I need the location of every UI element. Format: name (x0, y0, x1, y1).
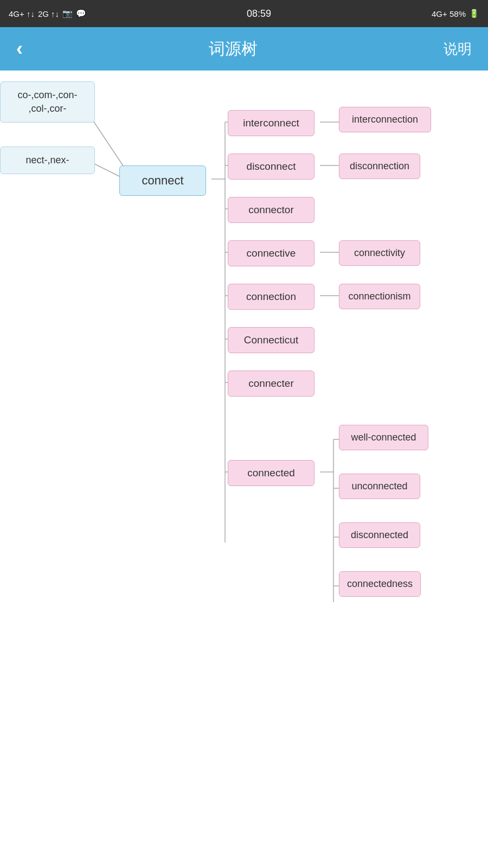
l2-interconnect[interactable]: interconnect (228, 110, 314, 136)
battery-icon: 🔋 (469, 9, 479, 18)
l2-connecticut[interactable]: Connecticut (228, 327, 314, 353)
l3-connectionism[interactable]: connectionism (339, 284, 420, 309)
l3-connectivity[interactable]: connectivity (339, 240, 420, 266)
prefix-node-1[interactable]: co-,com-,con-,col-,cor- (0, 81, 95, 123)
status-left: 4G+ ↑↓ 2G ↑↓ 📷 💬 (9, 9, 86, 18)
status-bar: 4G+ ↑↓ 2G ↑↓ 📷 💬 08:59 4G+ 58% 🔋 (0, 0, 488, 27)
l3-interconnection[interactable]: interconnection (339, 107, 431, 132)
header: ‹ 词源树 说明 (0, 27, 488, 71)
battery-text: 4G+ 58% (432, 9, 466, 18)
l2-connective[interactable]: connective (228, 240, 314, 266)
l2-connecter[interactable]: connecter (228, 371, 314, 397)
page-title: 词源树 (209, 38, 258, 60)
l2-connected[interactable]: connected (228, 460, 314, 486)
chat-icon: 💬 (76, 9, 86, 18)
camera-icon: 📷 (62, 9, 73, 18)
l2-connector[interactable]: connector (228, 197, 314, 223)
status-time: 08:59 (247, 8, 271, 20)
tree-area: co-,com-,con-,col-,cor- nect-,nex- conne… (0, 71, 488, 868)
signal-icon: 4G+ ↑↓ (9, 9, 35, 18)
l3-disconnected[interactable]: disconnected (339, 522, 420, 548)
l3-disconnection[interactable]: disconnection (339, 154, 420, 179)
tree-layout: co-,com-,con-,col-,cor- nect-,nex- conne… (0, 81, 488, 635)
svg-line-0 (92, 119, 125, 168)
back-button[interactable]: ‹ (16, 39, 23, 59)
l3-unconnected[interactable]: unconnected (339, 474, 420, 499)
explain-button[interactable]: 说明 (444, 40, 472, 59)
signal-2g: 2G ↑↓ (38, 9, 59, 18)
prefix-node-2[interactable]: nect-,nex- (0, 146, 95, 174)
status-right: 4G+ 58% 🔋 (432, 9, 479, 18)
l2-connection[interactable]: connection (228, 284, 314, 310)
root-node[interactable]: connect (119, 165, 206, 196)
l3-connectedness[interactable]: connectedness (339, 571, 421, 597)
l2-disconnect[interactable]: disconnect (228, 154, 314, 180)
l3-well-connected[interactable]: well-connected (339, 425, 428, 450)
